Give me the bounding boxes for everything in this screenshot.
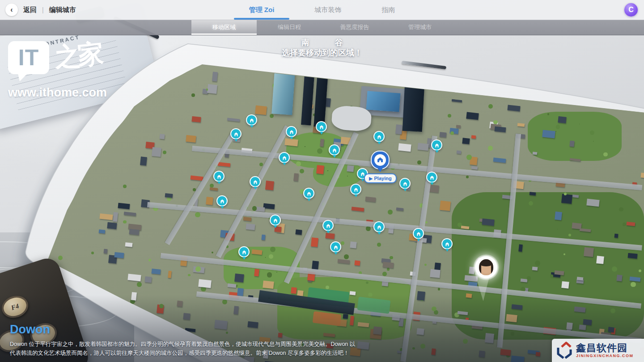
- location-pin[interactable]: [270, 215, 281, 226]
- xinchang-watermark: 鑫昌软件园 JININGXINCHANG.COM: [552, 339, 644, 362]
- xinchang-url: JININGXINCHANG.COM: [576, 354, 634, 358]
- location-pin[interactable]: [426, 172, 437, 183]
- location-pin[interactable]: [413, 228, 424, 239]
- ithome-logo-text: IT: [18, 45, 39, 71]
- back-button[interactable]: ‹: [5, 4, 18, 16]
- building-icon: [289, 129, 294, 135]
- city-info-panel: Dowon Dowon 位于平行宇宙之中，散发着韩国都市的魅力。四季分明的气候孕…: [10, 323, 359, 358]
- tab-城市装饰[interactable]: 城市装饰: [311, 0, 345, 20]
- sub-tab-bar: 移动区域编辑日程善恶度报告管理城市: [0, 20, 644, 35]
- building-icon: [242, 249, 247, 255]
- page-title: 编辑城市: [49, 6, 76, 14]
- zoi-avatar-marker[interactable]: [473, 254, 499, 280]
- location-pin[interactable]: [441, 238, 453, 249]
- ithome-url: www.ithome.com: [8, 86, 111, 100]
- divider: |: [42, 6, 44, 13]
- location-pin[interactable]: [330, 241, 341, 253]
- building-icon: [333, 244, 339, 250]
- location-pin[interactable]: [431, 139, 442, 151]
- location-pin[interactable]: [350, 184, 361, 195]
- city-description-line1: Dowon 位于平行宇宙之中，散发着韩国都市的魅力。四季分明的气候孕育着繁茂自然…: [10, 340, 359, 349]
- xinchang-logo-icon: [556, 341, 572, 359]
- location-pin[interactable]: [329, 144, 340, 156]
- building-icon: [377, 134, 382, 139]
- location-pin[interactable]: [238, 246, 250, 257]
- building-icon: [253, 179, 258, 185]
- building-icon: [306, 191, 312, 196]
- location-pin[interactable]: [286, 126, 297, 137]
- location-pin[interactable]: [250, 176, 261, 187]
- main-tabs: 管理 Zoi城市装饰指南: [0, 0, 644, 20]
- building-icon: [326, 223, 331, 228]
- building-icon: [319, 124, 324, 130]
- location-pin[interactable]: [216, 195, 228, 206]
- building-icon: [402, 181, 408, 186]
- city-name: Dowon: [10, 323, 359, 337]
- building-icon: [429, 175, 435, 180]
- chevron-left-icon: ‹: [10, 6, 13, 14]
- home-icon: [377, 156, 384, 164]
- game-screen: SHIP CONTRACT: [0, 0, 644, 362]
- home-pin-ring: [374, 154, 386, 166]
- location-pin[interactable]: [373, 221, 385, 232]
- tab-管理 Zoi[interactable]: 管理 Zoi: [246, 0, 278, 20]
- location-pin[interactable]: [246, 114, 257, 126]
- avatar-portrait: [479, 259, 493, 275]
- location-pin[interactable]: [303, 188, 314, 199]
- building-icon: [233, 131, 239, 137]
- subtab-移动区域[interactable]: 移动区域: [191, 20, 257, 35]
- location-pin[interactable]: [373, 131, 385, 142]
- building-icon: [273, 218, 278, 223]
- home-pin[interactable]: [371, 151, 390, 169]
- location-pin[interactable]: [316, 121, 327, 132]
- subtab-编辑日程[interactable]: 编辑日程: [257, 20, 322, 35]
- subtab-善恶度报告[interactable]: 善恶度报告: [322, 20, 387, 35]
- location-pin[interactable]: [279, 152, 290, 163]
- building-icon: [220, 198, 225, 204]
- building-icon: [282, 155, 287, 160]
- location-pin[interactable]: [230, 128, 242, 139]
- building-icon: [416, 231, 421, 236]
- ithome-watermark: IT 之家 www.ithome.com: [8, 41, 111, 100]
- top-bar: ‹ 返回 | 编辑城市 管理 Zoi城市装饰指南 C: [0, 0, 644, 20]
- xinchang-name: 鑫昌软件园: [576, 343, 634, 354]
- subtab-管理城市[interactable]: 管理城市: [387, 20, 453, 35]
- profile-button[interactable]: C: [624, 3, 638, 17]
- location-pin[interactable]: [322, 220, 334, 231]
- mall-roof: [366, 91, 401, 112]
- location-pin[interactable]: [399, 178, 411, 189]
- playing-label: ▶ Playing: [369, 176, 392, 181]
- building-icon: [353, 187, 359, 192]
- ithome-logo-cn: 之家: [53, 36, 103, 76]
- back-label[interactable]: 返回: [23, 6, 37, 14]
- city-description-line2: 代表韩流的文化艺术场景而闻名，游人可以前往摩天大楼间的城市公园，感受四季更迭的悠…: [10, 349, 359, 358]
- location-pin[interactable]: [213, 171, 225, 182]
- tab-指南[interactable]: 指南: [378, 0, 398, 20]
- building-icon: [377, 224, 382, 230]
- building-icon: [434, 143, 440, 148]
- building-icon: [332, 147, 337, 153]
- building-icon: [445, 241, 450, 247]
- building-icon: [249, 118, 254, 123]
- building-icon: [216, 174, 222, 179]
- ithome-logo: IT: [8, 41, 49, 74]
- canvas-icon: C: [628, 6, 634, 14]
- playing-badge: ▶ Playing: [364, 173, 397, 183]
